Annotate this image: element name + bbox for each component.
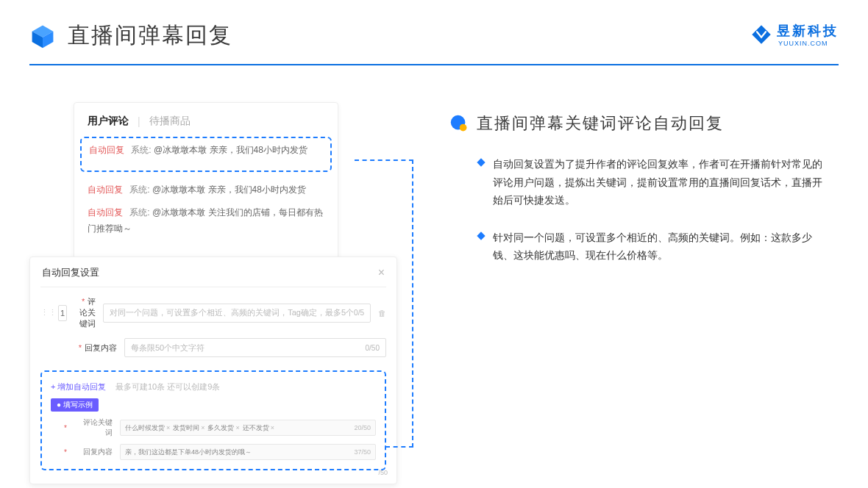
reply-row: *回复内容 每条限50个中文字符 0/50 [40, 338, 386, 357]
connector-line [355, 159, 413, 161]
ex-keyword-label: 评论关键词 [77, 417, 113, 438]
connector-line [412, 159, 413, 448]
row-index: 1 [58, 305, 67, 321]
brand-domain: YUUXIN.COM [778, 40, 839, 47]
explanation-column: 直播间弹幕关键词评论自动回复 自动回复设置为了提升作者的评论回复效率，作者可在开… [449, 102, 839, 284]
example-keyword-row: * 评论关键词 什么时候发货 发货时间 多久发货 还不发货 20/50 [51, 417, 376, 438]
highlighted-comment: 自动回复 系统: @冰墩墩本墩 亲亲，我们48小时内发货 [80, 137, 332, 172]
keyword-tag[interactable]: 什么时候发货 [125, 423, 170, 433]
brand-logo-icon [750, 24, 772, 46]
example-reply-input[interactable]: 亲，我们这边都是下单48小时内发货的哦～ 37/50 [120, 444, 376, 460]
brand-name: 昱新科技 [777, 22, 839, 40]
placeholder-text: 对同一个问题，可设置多个相近、高频的关键词，Tag确定，最多5个 [110, 307, 354, 318]
section-heading-row: 直播间弹幕关键词评论自动回复 [449, 112, 839, 134]
list-item: 自动回复 系统: @冰墩墩本墩 亲亲，我们48小时内发货 [88, 182, 324, 198]
comment-text: 亲亲，我们48小时内发货 [210, 145, 307, 155]
mention-user: @冰墩墩本墩 [152, 207, 205, 218]
keyword-tag[interactable]: 发货时间 [173, 423, 204, 433]
drag-handle-icon[interactable]: ⋮⋮ [40, 308, 51, 317]
placeholder-text: 每条限50个中文字符 [131, 342, 366, 354]
keyword-tag[interactable]: 还不发货 [243, 423, 274, 433]
comment-tabs: 用户评论 | 待播商品 [88, 115, 324, 128]
bullet-item: 针对同一个问题，可设置多个相近的、高频的关键词。例如：这款多少钱、这块能优惠吗、… [478, 229, 824, 265]
trash-icon[interactable]: 🗑 [378, 309, 386, 317]
list-item: 自动回复 系统: @冰墩墩本墩 关注我们的店铺，每日都有热门推荐呦～ [88, 205, 324, 237]
connector-line [385, 446, 413, 448]
settings-header: 自动回复设置 × [40, 266, 386, 287]
bullet-item: 自动回复设置为了提升作者的评论回复效率，作者可在开播前针对常见的评论用户问题，提… [478, 155, 824, 209]
mention-user: @冰墩墩本墩 [154, 145, 207, 155]
content-area: 用户评论 | 待播商品 自动回复 系统: @冰墩墩本墩 亲亲，我们48小时内发货… [0, 65, 868, 284]
auto-reply-tag: 自动回复 [88, 184, 123, 195]
close-icon[interactable]: × [378, 266, 385, 279]
comment-text: 亲亲，我们48小时内发货 [208, 184, 306, 195]
settings-title: 自动回复设置 [42, 266, 99, 279]
tab-pending-goods[interactable]: 待播商品 [149, 115, 191, 128]
bullet-text: 自动回复设置为了提升作者的评论回复效率，作者可在开播前针对常见的评论用户问题，提… [493, 155, 824, 209]
chat-bubble-icon [449, 113, 469, 134]
char-count: 37/50 [354, 448, 371, 456]
example-reply-row: * 回复内容 亲，我们这边都是下单48小时内发货的哦～ 37/50 [51, 444, 376, 460]
tab-separator: | [138, 115, 140, 127]
system-label: 系统: [129, 207, 149, 218]
diamond-bullet-icon [477, 158, 485, 166]
svg-point-4 [460, 124, 467, 132]
reply-input[interactable]: 每条限50个中文字符 0/50 [124, 338, 386, 357]
auto-reply-tag: 自动回复 [89, 145, 124, 155]
example-badge: ● 填写示例 [51, 398, 99, 412]
system-label: 系统: [129, 184, 149, 195]
comment-card: 用户评论 | 待播商品 自动回复 系统: @冰墩墩本墩 亲亲，我们48小时内发货… [74, 102, 338, 267]
ex-reply-label: 回复内容 [77, 447, 113, 457]
bullet-text: 针对同一个问题，可设置多个相近的、高频的关键词。例如：这款多少钱、这块能优惠吗、… [493, 229, 824, 265]
mention-user: @冰墩墩本墩 [152, 184, 205, 195]
quota-hint: 最多可建10条 还可以创建9条 [115, 382, 220, 391]
add-auto-reply-link[interactable]: + 增加自动回复 [51, 382, 106, 391]
keyword-label: *评论关键词 [74, 296, 96, 329]
char-count: 20/50 [354, 424, 371, 431]
page-header: 直播间弹幕回复 昱新科技 YUUXIN.COM [0, 0, 868, 64]
required-dot: * [64, 448, 67, 456]
char-count: 0/50 [366, 344, 380, 352]
page-title: 直播间弹幕回复 [68, 21, 232, 51]
cube-icon [29, 23, 56, 49]
brand-block: 昱新科技 YUUXIN.COM [750, 22, 839, 47]
char-count: 0/5 [354, 309, 364, 317]
screenshot-column: 用户评论 | 待播商品 自动回复 系统: @冰墩墩本墩 亲亲，我们48小时内发货… [29, 102, 397, 284]
example-section: + 增加自动回复 最多可建10条 还可以创建9条 ● 填写示例 * 评论关键词 … [40, 370, 386, 470]
keyword-input[interactable]: 对同一个问题，可设置多个相近、高频的关键词，Tag确定，最多5个 0/5 [103, 304, 371, 323]
auto-reply-tag: 自动回复 [88, 207, 123, 218]
keyword-tag[interactable]: 多久发货 [207, 423, 239, 433]
required-dot: * [64, 424, 67, 432]
reply-label: *回复内容 [76, 342, 117, 354]
keyword-row: ⋮⋮ 1 *评论关键词 对同一个问题，可设置多个相近、高频的关键词，Tag确定，… [40, 296, 386, 329]
tab-user-comments[interactable]: 用户评论 [88, 115, 129, 128]
char-count: /50 [378, 469, 388, 476]
system-label: 系统: [131, 145, 151, 155]
section-title: 直播间弹幕关键词评论自动回复 [477, 112, 724, 134]
diamond-bullet-icon [477, 232, 485, 240]
auto-reply-settings-card: 自动回复设置 × ⋮⋮ 1 *评论关键词 对同一个问题，可设置多个相近、高频的关… [29, 256, 397, 484]
example-keyword-input[interactable]: 什么时候发货 发货时间 多久发货 还不发货 20/50 [120, 420, 376, 436]
example-reply-text: 亲，我们这边都是下单48小时内发货的哦～ [125, 448, 352, 457]
